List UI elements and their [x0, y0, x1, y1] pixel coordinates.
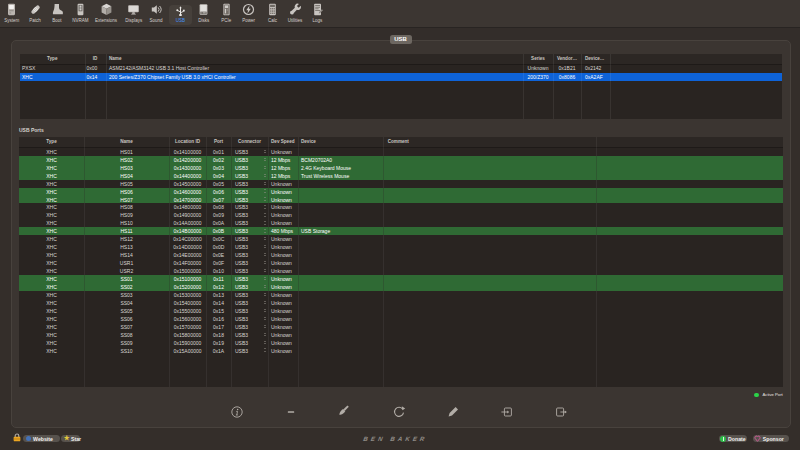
svg-text:BEN BAKER: BEN BAKER: [363, 434, 426, 441]
